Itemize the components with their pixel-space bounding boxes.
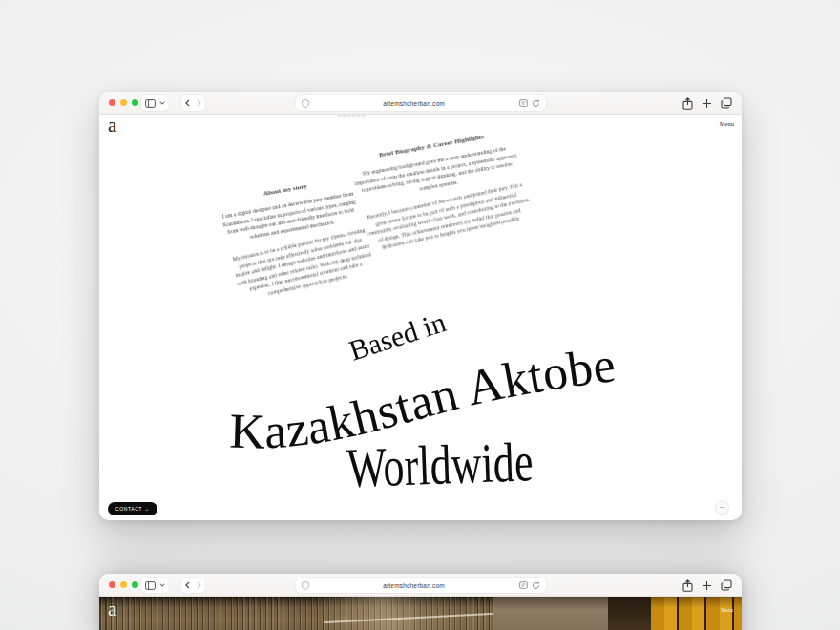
reload-icon[interactable] [532, 99, 540, 108]
back-button[interactable] [185, 581, 190, 589]
browser-toolbar: artemshcherban.com [99, 92, 742, 115]
traffic-lights [109, 99, 138, 106]
minimize-window-button[interactable] [120, 581, 127, 588]
portfolio-about-page: a Menu About my story I am a digital des… [99, 115, 742, 519]
menu-link[interactable]: Menu [720, 120, 734, 127]
toolbar-right-buttons [682, 578, 732, 593]
forward-button[interactable] [197, 99, 201, 107]
close-window-button[interactable] [109, 581, 116, 588]
site-logo[interactable]: a [108, 598, 116, 621]
chevron-down-icon[interactable] [159, 583, 165, 587]
headline-worldwide: Worldwide [346, 430, 534, 498]
concrete-column [493, 597, 609, 630]
warped-headline: Based in Kazakhstan Aktobe Worldwide [99, 304, 742, 519]
reload-icon[interactable] [532, 581, 540, 590]
tab-overview-icon[interactable] [721, 97, 732, 109]
new-tab-icon[interactable] [702, 98, 712, 109]
url-text[interactable]: artemshcherban.com [309, 100, 519, 107]
zoom-window-button[interactable] [132, 99, 138, 106]
back-button[interactable] [185, 99, 190, 107]
toolbar-right-buttons [682, 95, 732, 111]
address-bar[interactable]: artemshcherban.com [296, 95, 546, 111]
new-tab-icon[interactable] [702, 580, 712, 591]
sidebar-toggle-group[interactable] [141, 578, 169, 593]
main-browser-window: artemshcherban.com a Menu [99, 92, 742, 520]
site-logo[interactable]: a [108, 115, 116, 137]
biography-block: Brief Biography & Career Highlights My e… [349, 128, 532, 262]
faint-scroll-text [338, 115, 365, 117]
chevron-down-icon[interactable] [159, 101, 165, 105]
orange-tile-wall [651, 597, 742, 630]
privacy-shield-icon[interactable] [302, 581, 309, 590]
sidebar-toggle-group[interactable] [141, 95, 169, 111]
nav-buttons [181, 95, 205, 111]
share-icon[interactable] [682, 579, 693, 592]
contact-button[interactable]: CONTACT → [108, 502, 158, 515]
traffic-lights [109, 581, 138, 588]
forward-button[interactable] [197, 581, 201, 589]
browser-toolbar: artemshcherban.com [99, 574, 742, 597]
share-icon[interactable] [682, 97, 693, 110]
menu-link[interactable]: Menu [721, 607, 733, 613]
privacy-shield-icon[interactable] [302, 99, 309, 108]
dark-gap [608, 597, 651, 630]
sidebar-icon[interactable] [145, 581, 156, 590]
translate-icon[interactable] [519, 99, 528, 107]
minimize-window-button[interactable] [120, 99, 127, 106]
headline-based-in: Based in [346, 305, 450, 367]
portfolio-hero-page: a Menu [99, 597, 742, 630]
zoom-window-button[interactable] [132, 581, 138, 588]
close-window-button[interactable] [109, 99, 116, 106]
about-story-block: About my story I am a digital designer a… [216, 174, 374, 310]
address-bar[interactable]: artemshcherban.com [296, 578, 546, 593]
url-text[interactable]: artemshcherban.com [309, 582, 519, 589]
sidebar-icon[interactable] [145, 99, 156, 108]
translate-icon[interactable] [519, 581, 528, 589]
secondary-browser-window: artemshcherban.com [99, 574, 742, 630]
tab-overview-icon[interactable] [721, 579, 732, 591]
scroll-toggle-button[interactable]: – [715, 500, 729, 514]
nav-buttons [181, 578, 205, 593]
